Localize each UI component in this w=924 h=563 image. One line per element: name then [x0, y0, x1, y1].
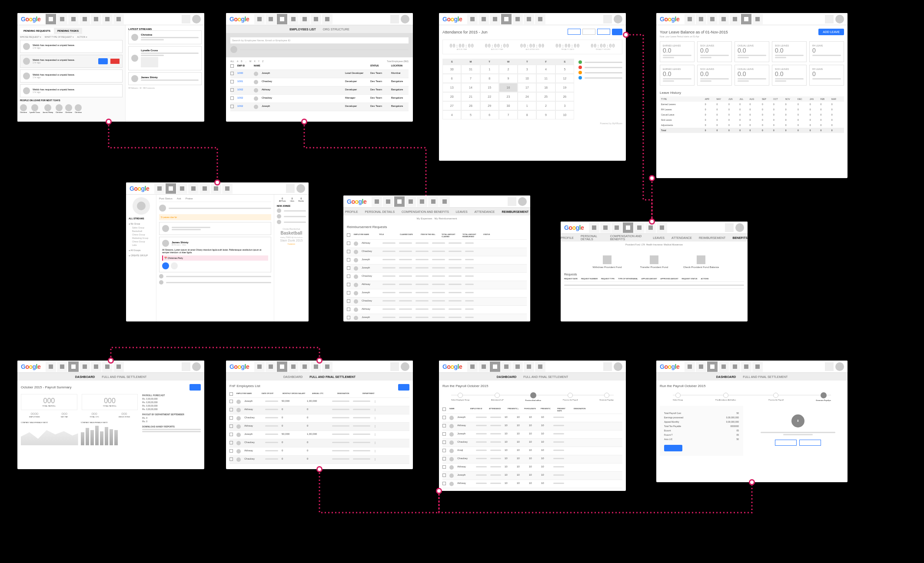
calendar-day[interactable]: 10 [555, 110, 574, 119]
approve-button[interactable] [98, 58, 107, 64]
date-input[interactable] [568, 29, 581, 35]
calendar-day[interactable]: 6 [480, 110, 499, 119]
filter[interactable]: WHAT TYPE OF REQUEST ▾ [45, 36, 74, 38]
calendar-day[interactable]: 9 [499, 74, 518, 83]
date-input[interactable] [582, 29, 595, 35]
table-row[interactable]: Akhaay00⋮ [229, 423, 409, 431]
submit-button[interactable] [664, 445, 682, 451]
filter[interactable]: ACTION ▾ [77, 36, 87, 38]
table-row[interactable]: Akhaay [347, 281, 527, 289]
calendar-day[interactable]: 2 [499, 65, 518, 74]
nav-icon[interactable] [68, 14, 79, 24]
table-row[interactable]: Akhaay [347, 306, 527, 314]
calendar-day[interactable]: 6 [442, 74, 461, 83]
calendar-day[interactable]: 29 [480, 101, 499, 110]
action-button[interactable] [398, 384, 409, 391]
nav-icon[interactable] [113, 14, 124, 24]
calendar-day[interactable]: 28 [461, 101, 480, 110]
table-row[interactable]: Akhaay10101010 [442, 480, 622, 488]
calendar-day[interactable]: 27 [442, 101, 461, 110]
table-row[interactable]: 1002JosephDeveloperDev TeamBangalore [230, 103, 409, 111]
calendar-day[interactable]: 7 [499, 110, 518, 119]
calendar-day[interactable]: 8 [480, 74, 499, 83]
table-row[interactable]: Joseph50,0001,00,000⋮ [229, 431, 409, 439]
tab[interactable]: Ask [177, 197, 181, 200]
calendar-day[interactable]: 25 [536, 92, 555, 101]
table-row[interactable]: Chaubey00⋮ [229, 414, 409, 423]
table-row[interactable]: Akhaay00⋮ [229, 406, 409, 414]
calendar-day[interactable]: 14 [461, 83, 480, 92]
table-row[interactable]: Joseph [347, 289, 527, 298]
table-row[interactable]: Anaji10101010 [442, 447, 622, 455]
table-row[interactable]: Joseph10101010 [442, 431, 622, 439]
action-card[interactable]: Withdraw Provident Fund [585, 266, 629, 268]
calendar-day[interactable]: 18 [536, 83, 555, 92]
calendar-day[interactable]: 19 [555, 83, 574, 92]
calendar-day[interactable]: 4 [536, 65, 555, 74]
calendar-day[interactable]: 30 [499, 101, 518, 110]
apps-icon[interactable] [182, 15, 190, 23]
calendar-day[interactable]: 1 [518, 101, 536, 110]
calendar-day[interactable]: 24 [518, 92, 536, 101]
calendar-day[interactable]: 21 [461, 92, 480, 101]
table-row[interactable]: 1000JosephLead DeveloperDev TeamMumbai [230, 70, 409, 78]
nav-icon[interactable] [57, 14, 67, 24]
tab[interactable]: ORG STRUCTURE [323, 28, 349, 31]
action-card[interactable]: Check Provident Fund Balance [679, 266, 723, 268]
nav-icon[interactable] [91, 14, 101, 24]
calendar-day[interactable]: 3 [555, 101, 574, 110]
action-button[interactable] [775, 440, 797, 446]
reject-button[interactable] [110, 59, 120, 64]
table-row[interactable]: Chaubey [347, 298, 527, 306]
table-row[interactable]: Chaubey [347, 273, 527, 281]
filter[interactable]: WHOSE REQUEST ▾ [20, 36, 41, 38]
table-row[interactable]: Chaubey10101010 [442, 439, 622, 447]
calendar-day[interactable]: 23 [499, 92, 518, 101]
table-row[interactable]: 1001ChaubeyDeveloperDev TeamBangalore [230, 78, 409, 86]
calendar-day[interactable]: 3 [518, 65, 536, 74]
calendar-day[interactable]: 31 [461, 65, 480, 74]
calendar-day[interactable]: 11 [536, 74, 555, 83]
calendar-day[interactable]: 8 [518, 110, 536, 119]
tab[interactable]: Post Status [159, 197, 173, 200]
table-row[interactable]: 1002AkhaayDeveloperDev TeamBangalore [230, 86, 409, 95]
search-input[interactable]: Search by Employee Name, Email or Employ… [230, 37, 409, 43]
action-card[interactable]: Transfer Provident Fund [632, 266, 676, 268]
table-row[interactable]: Chaubey00⋮ [229, 456, 409, 464]
avatar[interactable] [192, 15, 201, 23]
calendar-day[interactable]: 30 [442, 65, 461, 74]
action-button[interactable] [189, 384, 201, 391]
go-button[interactable] [612, 29, 622, 35]
table-row[interactable]: Joseph [347, 265, 527, 273]
calendar-day[interactable]: 16 [499, 83, 518, 92]
table-row[interactable]: 1002ChaubeyManagerDev TeamBangalore [230, 95, 409, 103]
calendar-day[interactable]: 13 [442, 83, 461, 92]
calendar-day[interactable]: 7 [461, 74, 480, 83]
nav-icon[interactable] [46, 14, 56, 24]
calendar-day[interactable]: 10 [518, 74, 536, 83]
table-row[interactable]: Chaubey00⋮ [229, 439, 409, 447]
table-row[interactable]: Joseph10101010 [442, 472, 622, 480]
calendar-day[interactable]: 5 [555, 65, 574, 74]
calendar[interactable]: 3031123456789101112131415161718192021222… [442, 65, 574, 119]
tab[interactable]: EMPLOYEES LIST [289, 28, 316, 31]
calendar-day[interactable]: 12 [555, 74, 574, 83]
nav-icon[interactable] [102, 14, 113, 24]
calendar-day[interactable]: 26 [555, 92, 574, 101]
calendar-day[interactable]: 20 [442, 92, 461, 101]
calendar-day[interactable]: 2 [536, 101, 555, 110]
table-row[interactable]: Akhaay [347, 240, 527, 248]
table-row[interactable]: Chaubey10101010 [442, 455, 622, 464]
calendar-day[interactable]: 15 [480, 83, 499, 92]
tab[interactable]: Praise [186, 197, 193, 200]
calendar-day[interactable]: 9 [536, 110, 555, 119]
date-input[interactable] [597, 29, 610, 35]
calendar-day[interactable]: 4 [442, 110, 461, 119]
calendar-day[interactable]: 1 [480, 65, 499, 74]
table-row[interactable]: Chaubey [347, 248, 527, 256]
tab-pending-tasks[interactable]: PENDING TASKS [54, 28, 82, 34]
action-button[interactable] [799, 440, 821, 446]
calendar-day[interactable]: 17 [518, 83, 536, 92]
add-leave-button[interactable]: ADD LEAVE [818, 29, 844, 35]
table-row[interactable]: Akhaay10101010 [442, 422, 622, 431]
